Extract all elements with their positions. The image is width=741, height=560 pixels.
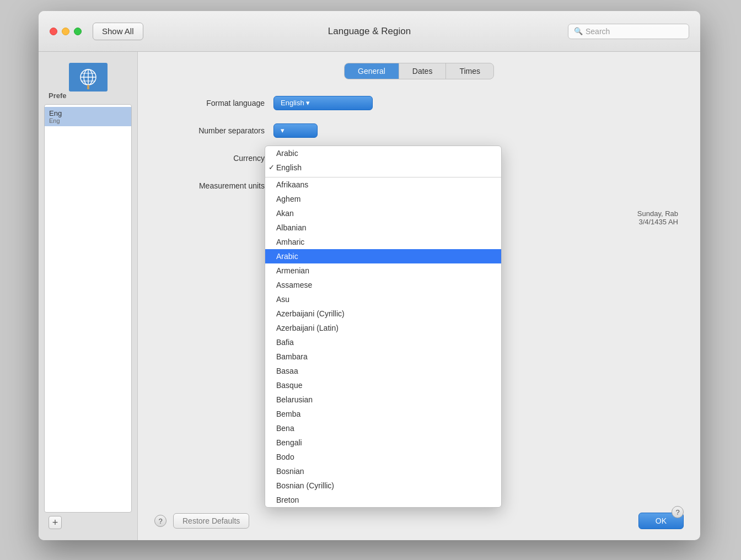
- language-list[interactable]: Eng Eng: [44, 104, 132, 513]
- dropdown-item-label: Bosnian (Cyrillic): [276, 481, 334, 490]
- dropdown-item-assamese[interactable]: Assamese: [265, 278, 501, 292]
- main-window: Show All Language & Region 🔍 Search Pref…: [39, 11, 700, 540]
- dropdown-item-basaa[interactable]: Basaa: [265, 364, 501, 378]
- number-separators-control: ▾: [273, 123, 318, 138]
- tabs: General Dates Times: [344, 63, 494, 79]
- titlebar: Show All Language & Region 🔍 Search: [39, 11, 700, 52]
- dropdown-item-bambara[interactable]: Bambara: [265, 349, 501, 364]
- search-placeholder: Search: [586, 27, 610, 36]
- add-language-button[interactable]: +: [49, 516, 62, 529]
- dropdown-item-azerbaijani-latin[interactable]: Azerbaijani (Latin): [265, 321, 501, 335]
- dropdown-item-label: Azerbaijani (Cyrillic): [276, 309, 345, 318]
- format-language-row: Format language English ▾: [154, 96, 684, 110]
- format-language-button[interactable]: English ▾: [273, 96, 373, 110]
- dropdown-item-bengali[interactable]: Bengali: [265, 435, 501, 450]
- dropdown-item-asu[interactable]: Asu: [265, 292, 501, 306]
- dropdown-item-breton[interactable]: Breton: [265, 493, 501, 507]
- dropdown-item-bosnian-cyrillic[interactable]: Bosnian (Cyrillic): [265, 478, 501, 493]
- tab-times[interactable]: Times: [446, 63, 493, 79]
- dropdown-item-label: Bena: [276, 424, 294, 433]
- dropdown-item-afrikaans[interactable]: Afrikaans: [265, 177, 501, 192]
- bottom-bar: ? Restore Defaults OK ?: [138, 513, 700, 529]
- dropdown-item-label: Assamese: [276, 281, 312, 289]
- dropdown-item-belarusian[interactable]: Belarusian: [265, 392, 501, 407]
- dropdown-item-label: Bemba: [276, 410, 300, 418]
- dropdown-item-label: Amharic: [276, 238, 304, 246]
- dropdown-item-label: Bambara: [276, 352, 308, 361]
- show-all-button[interactable]: Show All: [93, 23, 143, 40]
- dropdown-item-bodo[interactable]: Bodo: [265, 450, 501, 464]
- dropdown-item-label: Arabic: [276, 252, 298, 261]
- main-content: Prefe Eng Eng + General Dates Times: [39, 52, 700, 540]
- dropdown-item-bena[interactable]: Bena: [265, 421, 501, 435]
- number-separators-row: Number separators ▾: [154, 123, 684, 138]
- minimize-button[interactable]: [62, 28, 69, 35]
- lang-list-item[interactable]: Eng Eng: [45, 107, 131, 126]
- search-box[interactable]: 🔍 Search: [568, 24, 689, 39]
- restore-defaults-button[interactable]: Restore Defaults: [173, 513, 249, 529]
- flag-icon: [69, 63, 108, 91]
- settings-panel: General Dates Times Format language Engl…: [138, 52, 700, 540]
- dropdown-item-amharic[interactable]: Amharic: [265, 235, 501, 249]
- dropdown-item-label: Albanian: [276, 223, 307, 232]
- tab-dates[interactable]: Dates: [399, 63, 447, 79]
- format-language-label: Format language: [154, 99, 265, 107]
- dropdown-item-label: Aghem: [276, 195, 300, 203]
- dropdown-item-aghem[interactable]: Aghem: [265, 192, 501, 206]
- language-dropdown[interactable]: Arabic English Afrikaans Aghem Akan Alba…: [265, 146, 502, 508]
- tabs-container: General Dates Times: [154, 63, 684, 79]
- format-language-control: English ▾: [273, 96, 373, 110]
- dropdown-item-bafia[interactable]: Bafia: [265, 335, 501, 349]
- dropdown-item-label: Belarusian: [276, 395, 313, 404]
- maximize-button[interactable]: [74, 28, 82, 35]
- svg-rect-7: [87, 85, 89, 89]
- dropdown-item-label: Afrikaans: [276, 180, 308, 189]
- dropdown-scroll-area[interactable]: Afrikaans Aghem Akan Albanian Amharic Ar…: [265, 177, 501, 507]
- dropdown-item-english[interactable]: English: [265, 160, 501, 175]
- help-button[interactable]: ?: [154, 515, 167, 527]
- measurement-units-label: Measurement units: [154, 181, 265, 190]
- dropdown-item-label: Bosnian: [276, 467, 304, 476]
- dropdown-item-akan[interactable]: Akan: [265, 206, 501, 220]
- tab-general[interactable]: General: [345, 63, 399, 79]
- dropdown-item-bemba[interactable]: Bemba: [265, 407, 501, 421]
- lang-sublabel: Eng: [49, 117, 127, 124]
- dropdown-item-label: Breton: [276, 496, 299, 504]
- close-button[interactable]: [50, 28, 57, 35]
- dropdown-item-azerbaijani-cyrillic[interactable]: Azerbaijani (Cyrillic): [265, 306, 501, 321]
- dropdown-item-label: Azerbaijani (Latin): [276, 324, 339, 332]
- traffic-lights: [50, 28, 82, 35]
- dropdown-item-arabic[interactable]: Arabic: [265, 249, 501, 263]
- dropdown-item-label: Arabic: [276, 149, 298, 158]
- dropdown-top-section: Arabic English: [265, 146, 501, 177]
- dropdown-item-bosnian[interactable]: Bosnian: [265, 464, 501, 478]
- window-title: Language & Region: [328, 26, 411, 37]
- dropdown-item-arabic-top[interactable]: Arabic: [265, 146, 501, 160]
- dropdown-item-albanian[interactable]: Albanian: [265, 220, 501, 235]
- pref-label: Prefe: [49, 91, 67, 100]
- dropdown-item-label: Akan: [276, 209, 294, 218]
- dropdown-item-label: Basaa: [276, 367, 298, 375]
- dropdown-item-label: English: [276, 163, 302, 172]
- number-separators-button[interactable]: ▾: [273, 123, 318, 138]
- dropdown-item-label: Basque: [276, 381, 302, 390]
- number-separators-label: Number separators: [154, 126, 265, 135]
- search-icon: 🔍: [574, 27, 583, 35]
- lang-name: Eng: [49, 109, 127, 117]
- help-button-right[interactable]: ?: [672, 506, 684, 518]
- dropdown-item-basque[interactable]: Basque: [265, 378, 501, 392]
- dropdown-item-armenian[interactable]: Armenian: [265, 263, 501, 278]
- sidebar: Prefe Eng Eng +: [39, 52, 138, 540]
- dropdown-item-label: Bengali: [276, 438, 302, 447]
- currency-label: Currency: [154, 154, 265, 163]
- dropdown-item-label: Armenian: [276, 266, 309, 275]
- dropdown-item-label: Asu: [276, 295, 289, 304]
- dropdown-item-label: Bafia: [276, 338, 294, 347]
- dropdown-item-label: Bodo: [276, 453, 294, 461]
